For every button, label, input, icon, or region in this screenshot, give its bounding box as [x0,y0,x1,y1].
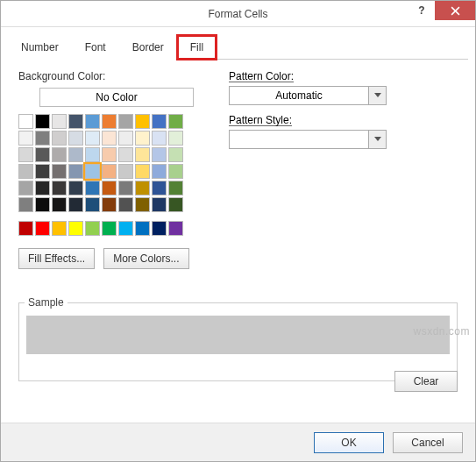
color-swatch[interactable] [85,147,100,162]
color-swatch[interactable] [135,114,150,129]
color-swatch[interactable] [52,114,67,129]
standard-color-swatch[interactable] [52,221,67,236]
color-swatch[interactable] [152,131,167,146]
color-swatch[interactable] [68,197,83,212]
color-swatch[interactable] [85,164,100,179]
pattern-style-label: Pattern Style: [229,114,458,126]
color-swatch[interactable] [102,197,117,212]
color-swatch[interactable] [52,131,67,146]
color-swatch[interactable] [168,197,183,212]
color-swatch[interactable] [68,147,83,162]
color-swatch[interactable] [152,164,167,179]
fill-tab-content: Background Color: No Color Fill Effects.… [1,60,475,280]
color-swatch[interactable] [52,181,67,195]
color-swatch[interactable] [135,181,150,195]
color-swatch[interactable] [52,164,67,179]
color-swatch[interactable] [18,181,33,195]
color-swatch[interactable] [102,181,117,195]
color-swatch[interactable] [85,114,100,129]
color-swatch[interactable] [102,147,117,162]
standard-color-swatch[interactable] [102,221,117,236]
color-swatch[interactable] [168,181,183,195]
pattern-color-value: Automatic [230,89,368,102]
close-button[interactable] [435,1,475,20]
no-color-button[interactable]: No Color [39,88,194,107]
color-swatch[interactable] [135,164,150,179]
color-swatch[interactable] [168,131,183,146]
standard-color-swatch[interactable] [168,221,183,236]
color-swatch[interactable] [85,131,100,146]
color-swatch[interactable] [52,147,67,162]
color-swatch[interactable] [68,164,83,179]
color-swatch[interactable] [118,131,133,146]
color-swatch[interactable] [135,147,150,162]
color-swatch[interactable] [152,147,167,162]
color-swatch[interactable] [18,147,33,162]
titlebar-controls: ? [409,1,475,20]
color-swatch[interactable] [35,181,50,195]
color-swatch[interactable] [152,197,167,212]
ok-button[interactable]: OK [314,432,384,453]
sample-preview [26,316,450,354]
color-swatch[interactable] [18,114,33,129]
pattern-style-dropdown[interactable] [229,130,387,149]
standard-color-swatch[interactable] [35,221,50,236]
color-swatch[interactable] [35,147,50,162]
color-swatch[interactable] [18,197,33,212]
tab-strip: NumberFontBorderFill [8,34,468,60]
color-swatch[interactable] [35,197,50,212]
help-button[interactable]: ? [409,1,435,20]
fill-effects-button[interactable]: Fill Effects... [18,248,95,269]
sample-label: Sample [25,296,67,309]
pattern-color-dropdown[interactable]: Automatic [229,86,387,105]
clear-button[interactable]: Clear [394,371,458,392]
more-colors-button[interactable]: More Colors... [103,248,188,269]
color-swatch[interactable] [118,197,133,212]
color-swatch[interactable] [152,181,167,195]
color-swatch[interactable] [18,131,33,146]
pattern-section: Pattern Color: Automatic Pattern Style: [229,70,458,269]
color-swatch[interactable] [118,164,133,179]
color-swatch[interactable] [85,197,100,212]
chevron-down-icon [368,87,386,104]
close-icon [451,6,460,16]
tab-font[interactable]: Font [72,35,119,60]
tab-fill[interactable]: Fill [177,35,217,60]
color-swatch[interactable] [168,164,183,179]
color-swatch[interactable] [118,181,133,195]
tab-number[interactable]: Number [8,35,72,60]
standard-color-swatch[interactable] [85,221,100,236]
color-swatch[interactable] [118,147,133,162]
color-swatch[interactable] [85,181,100,195]
color-swatch[interactable] [135,197,150,212]
color-swatch[interactable] [35,164,50,179]
color-swatch[interactable] [152,114,167,129]
color-swatch[interactable] [35,131,50,146]
standard-color-swatch[interactable] [118,221,133,236]
standard-color-swatch[interactable] [135,221,150,236]
color-swatch[interactable] [102,164,117,179]
pattern-color-label: Pattern Color: [229,70,458,82]
dialog-footer: OK Cancel [1,423,475,461]
color-swatch[interactable] [68,114,83,129]
color-swatch[interactable] [135,131,150,146]
standard-color-swatch[interactable] [152,221,167,236]
color-swatch[interactable] [18,164,33,179]
color-swatch[interactable] [168,147,183,162]
color-swatch[interactable] [52,197,67,212]
color-swatch[interactable] [102,131,117,146]
cancel-button[interactable]: Cancel [393,432,463,453]
color-swatch[interactable] [68,131,83,146]
standard-color-swatch[interactable] [68,221,83,236]
color-swatch[interactable] [102,114,117,129]
sample-fieldset: Sample [18,302,458,381]
svg-marker-3 [374,137,381,141]
tab-border[interactable]: Border [119,35,177,60]
color-swatch[interactable] [118,114,133,129]
standard-color-swatch[interactable] [18,221,33,236]
color-swatch[interactable] [68,181,83,195]
window-title: Format Cells [208,8,267,20]
color-swatch[interactable] [35,114,50,129]
color-swatch[interactable] [168,114,183,129]
sample-area: Sample [18,295,458,381]
